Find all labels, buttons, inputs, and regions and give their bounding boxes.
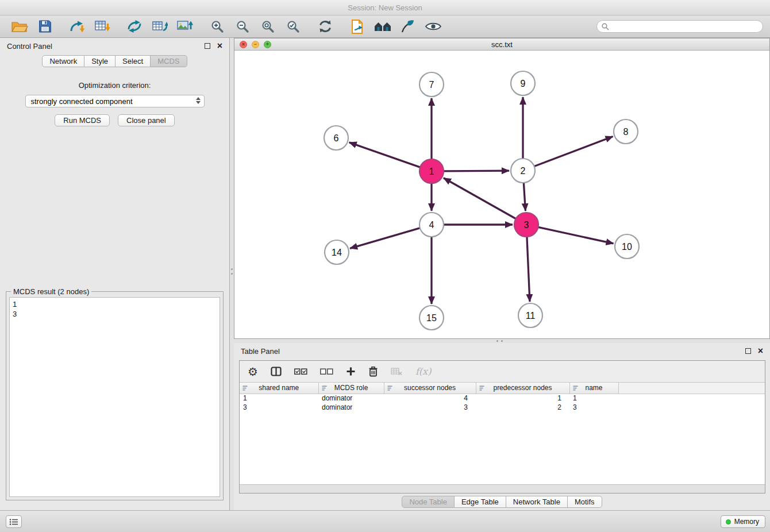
graph-node[interactable]: 6 — [324, 126, 348, 150]
table-settings-gear-icon[interactable]: ⚙ — [248, 366, 258, 377]
graph-node[interactable]: 1 — [419, 159, 444, 183]
node-table-header-row: shared nameMCDS rolesuccessor nodesprede… — [240, 383, 765, 394]
tab-motifs[interactable]: Motifs — [568, 496, 602, 508]
graph-edge[interactable] — [527, 237, 530, 302]
search-input[interactable] — [612, 22, 758, 30]
sort-icon — [387, 385, 393, 391]
tab-style[interactable]: Style — [84, 55, 116, 67]
table-cell[interactable]: 4 — [384, 394, 476, 403]
table-row[interactable]: 1dominator411 — [240, 394, 765, 403]
table-cell[interactable]: 1 — [240, 394, 318, 403]
close-window-icon[interactable]: × — [240, 41, 247, 48]
control-panel-title: Control Panel — [7, 42, 205, 51]
new-network-button[interactable] — [122, 17, 147, 36]
table-row[interactable]: 3dominator323 — [240, 403, 765, 412]
open-file-button[interactable] — [7, 17, 32, 36]
zoom-selected-button[interactable] — [280, 17, 306, 36]
graph-node[interactable]: 3 — [514, 213, 538, 237]
run-mcds-button[interactable]: Run MCDS — [55, 114, 110, 126]
column-header[interactable]: successor nodes — [384, 383, 476, 394]
copy-style-button[interactable] — [345, 17, 370, 36]
table-cell[interactable]: dominator — [318, 403, 384, 412]
memory-button[interactable]: Memory — [721, 515, 765, 528]
table-cell[interactable]: 3 — [384, 403, 476, 412]
tab-mcds[interactable]: MCDS — [151, 55, 187, 67]
show-hidden-panels-button[interactable] — [6, 515, 22, 528]
graph-node[interactable]: 8 — [614, 119, 638, 144]
export-image-button[interactable] — [172, 17, 198, 36]
tab-node-table[interactable]: Node Table — [402, 496, 455, 508]
graph-edge[interactable] — [444, 171, 509, 171]
import-network-icon — [68, 19, 86, 34]
graph-node[interactable]: 4 — [419, 213, 444, 237]
tab-network-table[interactable]: Network Table — [506, 496, 568, 508]
memory-status-icon — [726, 519, 731, 525]
select-all-icon[interactable] — [294, 368, 307, 375]
import-network-button[interactable] — [64, 17, 90, 36]
home-button[interactable] — [370, 17, 395, 36]
column-header-label: shared name — [259, 384, 299, 392]
graph-edge[interactable] — [523, 183, 525, 211]
table-cell[interactable]: dominator — [318, 394, 384, 403]
search-box[interactable] — [596, 20, 763, 33]
table-cell[interactable]: 3 — [569, 403, 618, 412]
graph-edge[interactable] — [350, 228, 420, 248]
style-brush-button[interactable] — [395, 17, 421, 36]
graph-node[interactable]: 15 — [419, 306, 444, 330]
graph-edge[interactable] — [538, 227, 614, 243]
svg-text:10: 10 — [622, 242, 632, 252]
sort-icon — [572, 385, 579, 391]
copy-style-icon — [350, 19, 365, 34]
table-cell[interactable]: 2 — [476, 403, 569, 412]
table-panel-title: Table Panel — [241, 347, 745, 356]
graph-node[interactable]: 2 — [511, 159, 535, 183]
zoom-in-button[interactable] — [205, 17, 230, 36]
table-float-panel-icon[interactable] — [745, 348, 751, 354]
zoom-window-icon[interactable]: + — [264, 41, 271, 48]
save-session-button[interactable] — [32, 17, 57, 36]
apply-layout-button[interactable] — [313, 17, 338, 36]
table-cell[interactable]: 3 — [240, 403, 318, 412]
horizontal-splitter[interactable] — [234, 339, 770, 343]
zoom-out-button[interactable] — [230, 17, 255, 36]
show-hide-button[interactable] — [421, 17, 446, 36]
column-header[interactable]: predecessor nodes — [476, 383, 569, 394]
optimization-criterion-label: Optimization criterion: — [0, 81, 229, 90]
table-cell[interactable]: 1 — [569, 394, 618, 403]
graph-edge[interactable] — [349, 142, 421, 167]
graph-node[interactable]: 11 — [518, 303, 542, 327]
table-close-panel-icon[interactable]: × — [758, 348, 763, 354]
minimize-window-icon[interactable]: − — [252, 41, 259, 48]
delete-icon[interactable] — [368, 366, 378, 377]
tab-select[interactable]: Select — [116, 55, 151, 67]
close-panel-button[interactable]: Close panel — [118, 114, 175, 126]
deselect-all-icon[interactable] — [320, 368, 333, 375]
graph-node[interactable]: 10 — [615, 234, 639, 259]
graph-edge[interactable] — [534, 137, 613, 167]
table-cell[interactable]: 1 — [476, 394, 569, 403]
column-layout-icon[interactable] — [271, 367, 282, 376]
close-panel-icon[interactable]: × — [217, 43, 222, 49]
mcds-result-list[interactable]: 13 — [9, 297, 220, 497]
import-table-button[interactable] — [90, 17, 115, 36]
graph-node[interactable]: 7 — [419, 72, 444, 97]
column-header[interactable]: shared name — [240, 383, 318, 394]
zoom-fit-button[interactable] — [255, 17, 280, 36]
vertical-splitter[interactable] — [230, 38, 234, 510]
graph-node[interactable]: 9 — [511, 71, 535, 95]
tab-network[interactable]: Network — [42, 55, 84, 67]
graph-edge[interactable] — [444, 178, 516, 219]
graph-node[interactable]: 14 — [325, 240, 349, 264]
add-column-icon[interactable] — [346, 367, 356, 376]
column-header[interactable]: name — [569, 383, 618, 394]
optimization-criterion-select[interactable]: strongly connected component — [25, 95, 205, 107]
column-header[interactable]: MCDS role — [318, 383, 384, 394]
control-panel: Control Panel × Network Style Select MCD… — [0, 38, 230, 510]
clone-network-button[interactable] — [147, 17, 172, 36]
tab-edge-table[interactable]: Edge Table — [455, 496, 506, 508]
table-footer-scrollbar[interactable] — [240, 484, 765, 493]
network-view[interactable]: 1234678910111415 — [234, 51, 769, 338]
float-panel-icon[interactable] — [205, 43, 210, 49]
network-window-titlebar[interactable]: × − + scc.txt — [234, 38, 769, 51]
mcds-result-title: MCDS result (2 nodes) — [11, 287, 91, 296]
